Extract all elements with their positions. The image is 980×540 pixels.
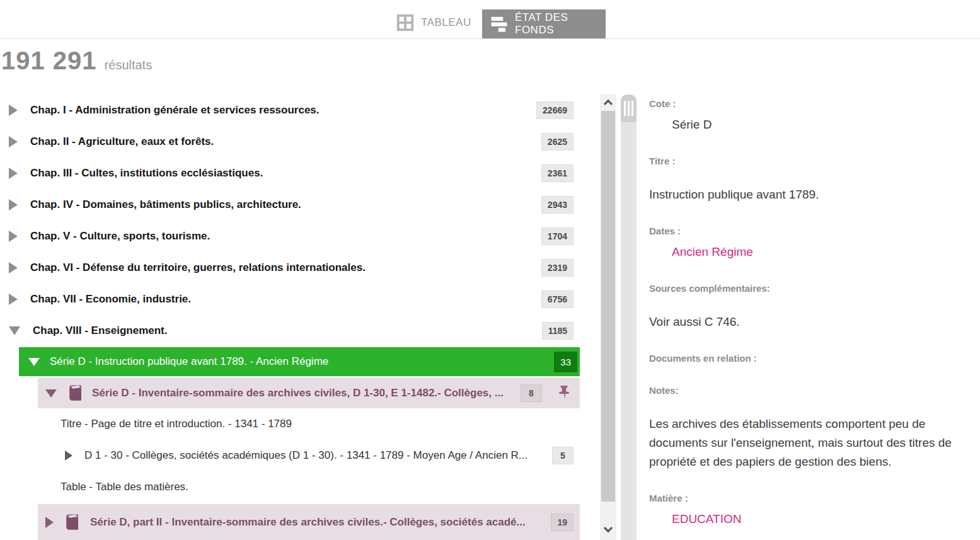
result-count-badge: 2319	[541, 259, 574, 277]
book-icon	[62, 513, 81, 532]
scroll-up-button[interactable]	[600, 95, 616, 110]
tree-row-leaf-titre[interactable]: Titre - Page de titre et introduction. -…	[0, 408, 580, 440]
tree-row-series-selected[interactable]: Série D - Instruction publique avant 178…	[19, 347, 580, 376]
tree-row-chapter-2[interactable]: Chap. II - Agriculture, eaux et forêts. …	[0, 126, 580, 158]
field-value-matiere-link[interactable]: EDUCATION	[649, 510, 977, 529]
tree-row-inventory-1[interactable]: Série D - Inventaire-sommaire des archiv…	[38, 378, 580, 408]
field-label-matiere: Matière :	[649, 493, 977, 503]
result-count-badge: 5	[552, 447, 574, 464]
expand-arrow-icon[interactable]	[45, 517, 54, 528]
expand-arrow-icon[interactable]	[9, 168, 18, 179]
field-label-dates: Dates :	[649, 226, 977, 236]
collapse-arrow-icon[interactable]	[9, 326, 20, 335]
tab-etat-des-fonds-label: ÉTAT DES FONDS	[515, 11, 606, 37]
pushpin-icon[interactable]	[556, 384, 572, 402]
app-window: TABLEAU ÉTAT DES FONDS 191 291 résultats…	[0, 0, 980, 540]
tree-row-label: Chap. V - Culture, sports, tourisme.	[30, 230, 210, 243]
collapse-arrow-icon[interactable]	[45, 389, 57, 398]
tree-row-label: Table - Table des matières.	[61, 481, 188, 493]
tree-row-label: Chap. VIII - Enseignement.	[33, 325, 167, 337]
tree-row-leaf-table[interactable]: Table - Table des matières.	[0, 471, 580, 503]
tree-row-label: Série D - Instruction publique avant 178…	[50, 355, 328, 368]
chevron-down-icon	[604, 524, 613, 532]
tree-row-chapter-1[interactable]: Chap. I - Administration générale et ser…	[0, 95, 580, 126]
top-bar: TABLEAU ÉTAT DES FONDS	[0, 0, 980, 39]
tab-tableau[interactable]: TABLEAU	[396, 9, 471, 37]
tab-tableau-label: TABLEAU	[421, 16, 471, 29]
field-value-cote: Série D	[649, 115, 977, 134]
tree-row-label: Chap. VI - Défense du territoire, guerre…	[30, 261, 366, 274]
result-count-badge: 2943	[541, 196, 574, 214]
tree-row-label: Chap. I - Administration générale et ser…	[30, 104, 320, 117]
tree-row-label: Série D - Inventaire-sommaire des archiv…	[92, 387, 504, 399]
result-count-badge: 8	[521, 384, 542, 402]
tab-etat-des-fonds[interactable]: ÉTAT DES FONDS	[482, 9, 606, 38]
expand-arrow-icon[interactable]	[9, 105, 18, 116]
scroll-down-button[interactable]	[600, 522, 616, 537]
result-count-badge: 1185	[542, 322, 574, 340]
expand-arrow-icon[interactable]	[65, 451, 72, 461]
tree-row-chapter-7[interactable]: Chap. VII - Economie, industrie. 6756	[0, 284, 580, 315]
field-value-titre: Instruction publique avant 1789.	[649, 185, 977, 204]
collapse-arrow-icon[interactable]	[28, 358, 40, 366]
tree-row-label: D 1 - 30 - Collèges, sociétés académique…	[84, 449, 527, 462]
tree-row-chapter-5[interactable]: Chap. V - Culture, sports, tourisme. 170…	[0, 221, 580, 252]
tree-row-inventory-2[interactable]: Série D, part II - Inventaire-sommaire d…	[38, 504, 580, 540]
tree-row-label: Titre - Page de titre et introduction. -…	[61, 418, 292, 430]
expand-arrow-icon[interactable]	[9, 136, 18, 147]
result-count-badge: 6756	[541, 290, 574, 308]
tree-row-label: Chap. III - Cultes, institutions ecclési…	[30, 167, 263, 180]
tree-row-label: Chap. VII - Economie, industrie.	[30, 293, 191, 306]
panel-splitter[interactable]	[621, 95, 637, 540]
splitter-grip-icon	[621, 95, 637, 122]
field-label-cote: Cote :	[649, 98, 977, 109]
chevron-up-icon	[604, 100, 613, 108]
result-count-badge: 2361	[541, 164, 574, 182]
results-summary: 191 291 résultats	[1, 47, 152, 75]
expand-arrow-icon[interactable]	[9, 262, 18, 273]
table-grid-icon	[396, 13, 415, 32]
result-count-badge: 22669	[536, 101, 574, 119]
tree-row-chapter-4[interactable]: Chap. IV - Domaines, bâtiments publics, …	[0, 189, 580, 221]
fonds-tree: Chap. I - Administration générale et ser…	[0, 95, 580, 540]
tree-row-chapter-3[interactable]: Chap. III - Cultes, institutions ecclési…	[0, 158, 580, 189]
field-label-sources: Sources complémentaires:	[649, 283, 977, 294]
result-count-badge: 2625	[541, 133, 574, 151]
results-count-label: résultats	[105, 58, 153, 72]
tree-row-chapter-8[interactable]: Chap. VIII - Enseignement. 1185	[0, 315, 580, 347]
field-value-dates-link[interactable]: Ancien Régime	[649, 243, 977, 261]
field-label-notes: Notes:	[649, 385, 977, 396]
expand-arrow-icon[interactable]	[9, 199, 18, 210]
field-value-sources: Voir aussi C 746.	[649, 313, 977, 331]
expand-arrow-icon[interactable]	[9, 294, 18, 305]
tree-scrollbar[interactable]	[600, 95, 616, 540]
field-value-notes: Les archives des établissements comporte…	[649, 415, 977, 471]
field-label-documents: Documents en relation :	[649, 353, 977, 364]
tree-row-label: Série D, part II - Inventaire-sommaire d…	[90, 516, 526, 529]
tree-row-d1-30[interactable]: D 1 - 30 - Collèges, sociétés académique…	[0, 440, 580, 471]
scrollbar-thumb[interactable]	[601, 111, 615, 502]
expand-arrow-icon[interactable]	[9, 231, 18, 242]
tree-bars-icon	[490, 14, 509, 33]
result-count-badge: 33	[554, 352, 577, 372]
result-count-badge: 19	[551, 514, 574, 531]
tree-row-label: Chap. IV - Domaines, bâtiments publics, …	[30, 198, 301, 211]
tree-row-chapter-6[interactable]: Chap. VI - Défense du territoire, guerre…	[0, 252, 580, 284]
tree-row-label: Chap. II - Agriculture, eaux et forêts.	[30, 135, 214, 148]
detail-panel: Cote : Série D Titre : Instruction publi…	[649, 95, 977, 540]
book-icon	[66, 384, 84, 403]
result-count-badge: 1704	[541, 227, 574, 245]
results-count: 191 291	[1, 47, 97, 75]
field-label-titre: Titre :	[649, 156, 977, 166]
